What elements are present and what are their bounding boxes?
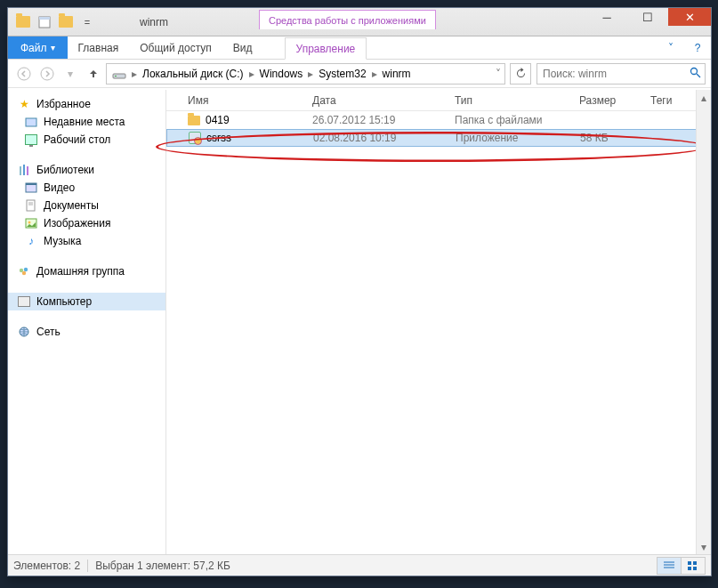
svg-rect-28 xyxy=(688,567,691,570)
file-tab[interactable]: Файл ▾ xyxy=(8,36,68,59)
quick-access-toolbar: = xyxy=(13,12,97,32)
refresh-button[interactable] xyxy=(510,63,531,85)
search-icon[interactable] xyxy=(690,67,701,81)
forward-button[interactable] xyxy=(36,63,58,85)
svg-point-2 xyxy=(18,68,30,80)
svg-line-7 xyxy=(697,74,700,77)
view-icons-button[interactable] xyxy=(681,557,706,575)
sidebar-libraries-header[interactable]: Библиотеки xyxy=(8,161,165,179)
sidebar-item-videos[interactable]: Видео xyxy=(8,179,165,197)
scroll-down-icon[interactable]: ▾ xyxy=(697,539,711,554)
navigation-row: ▾ ▸ Локальный диск (C:) ▸ Windows ▸ Syst… xyxy=(8,60,711,88)
sidebar-label: Библиотеки xyxy=(36,164,94,176)
svg-rect-5 xyxy=(115,76,117,77)
sidebar-label: Сеть xyxy=(36,326,61,338)
ribbon-context-title: Средства работы с приложениями xyxy=(259,10,436,29)
chevron-right-icon: ▸ xyxy=(370,68,379,80)
sidebar-item-desktop[interactable]: Рабочий стол xyxy=(8,131,165,149)
file-pane: Имя Дата Тип Размер Теги 0419 26.07.2012… xyxy=(166,90,711,554)
homegroup-icon xyxy=(17,265,31,278)
breadcrumb-segment[interactable]: System32 xyxy=(315,64,369,84)
breadcrumb-segment[interactable]: Локальный диск (C:) xyxy=(139,64,247,84)
svg-rect-1 xyxy=(39,17,50,20)
status-bar: Элементов: 2 Выбран 1 элемент: 57,2 КБ xyxy=(8,554,711,576)
scroll-up-icon[interactable]: ▴ xyxy=(697,90,711,105)
documents-icon xyxy=(24,199,38,212)
svg-point-18 xyxy=(28,222,31,224)
col-date[interactable]: Дата xyxy=(312,94,455,107)
svg-rect-9 xyxy=(23,165,25,175)
sidebar-favorites-header[interactable]: ★ Избранное xyxy=(8,95,165,113)
qat-properties-icon[interactable] xyxy=(35,12,54,32)
vertical-scrollbar[interactable]: ▴ ▾ xyxy=(696,90,711,554)
sidebar-item-label: Изображения xyxy=(44,217,110,230)
back-button[interactable] xyxy=(13,63,35,85)
sidebar-homegroup[interactable]: Домашняя группа xyxy=(8,262,165,280)
col-name[interactable]: Имя xyxy=(188,94,312,107)
breadcrumb-segment[interactable]: Windows xyxy=(256,64,307,84)
sidebar-item-label: Документы xyxy=(44,199,99,212)
chevron-down-icon: ▾ xyxy=(51,43,55,52)
chevron-right-icon: ▸ xyxy=(306,68,315,80)
svg-point-6 xyxy=(691,68,698,74)
tab-home[interactable]: Главная xyxy=(68,36,130,59)
qat-newfolder-icon[interactable] xyxy=(56,12,76,32)
tab-manage[interactable]: Управление xyxy=(285,37,367,60)
help-icon[interactable]: ? xyxy=(684,36,711,59)
sidebar-item-documents[interactable]: Документы xyxy=(8,197,165,214)
network-icon xyxy=(17,326,31,338)
svg-rect-10 xyxy=(20,166,21,175)
status-divider xyxy=(87,560,88,572)
titlebar: = winrm Средства работы с приложениями ─… xyxy=(8,8,711,36)
folder-icon xyxy=(188,116,200,125)
explorer-window: = winrm Средства работы с приложениями ─… xyxy=(7,7,712,576)
navigation-pane: ★ Избранное Недавние места Рабочий стол … xyxy=(8,90,166,554)
star-icon: ★ xyxy=(17,98,31,110)
breadcrumb-segment[interactable]: winrm xyxy=(379,64,415,84)
maximize-button[interactable]: ☐ xyxy=(627,8,668,26)
ribbon-expand-icon[interactable]: ˅ xyxy=(657,36,684,59)
file-rows: 0419 26.07.2012 15:19 Папка с файлами cs… xyxy=(166,111,711,147)
tab-share[interactable]: Общий доступ xyxy=(129,36,222,59)
recent-dropdown-icon[interactable]: ▾ xyxy=(60,63,81,85)
file-date: 26.07.2012 15:19 xyxy=(312,114,455,126)
sidebar-item-label: Видео xyxy=(44,181,75,194)
sidebar-network[interactable]: Сеть xyxy=(8,323,165,341)
close-button[interactable]: ✕ xyxy=(668,8,711,26)
qat-dropdown-icon[interactable]: = xyxy=(77,12,97,32)
sidebar-computer[interactable]: Компьютер xyxy=(8,293,165,310)
file-type: Приложение xyxy=(456,132,580,144)
search-input[interactable] xyxy=(541,67,690,81)
application-icon xyxy=(189,132,201,144)
file-date: 02.08.2016 10:19 xyxy=(313,132,456,144)
status-selection: Выбран 1 элемент: 57,2 КБ xyxy=(95,560,230,572)
svg-point-20 xyxy=(24,268,28,271)
svg-rect-26 xyxy=(688,561,691,565)
search-box[interactable] xyxy=(536,63,706,85)
file-name: 0419 xyxy=(206,114,230,126)
sidebar-item-label: Недавние места xyxy=(44,116,125,128)
sidebar-item-pictures[interactable]: Изображения xyxy=(8,214,165,232)
col-size[interactable]: Размер xyxy=(579,94,650,107)
address-dropdown-icon[interactable]: ˅ xyxy=(496,68,504,80)
tab-view[interactable]: Вид xyxy=(222,36,263,59)
view-details-button[interactable] xyxy=(657,557,682,575)
column-headers: Имя Дата Тип Размер Теги xyxy=(166,90,711,111)
file-row-selected[interactable]: csrss 02.08.2016 10:19 Приложение 58 КБ xyxy=(166,129,711,147)
up-button[interactable] xyxy=(83,63,104,85)
svg-rect-27 xyxy=(693,561,697,565)
qat-folder-icon[interactable] xyxy=(13,12,33,32)
sidebar-item-label: Музыка xyxy=(44,235,81,247)
sidebar-item-recent[interactable]: Недавние места xyxy=(8,113,165,131)
sidebar-item-label: Рабочий стол xyxy=(44,133,110,146)
video-icon xyxy=(24,181,38,194)
address-bar[interactable]: ▸ Локальный диск (C:) ▸ Windows ▸ System… xyxy=(106,63,505,85)
minimize-button[interactable]: ─ xyxy=(586,8,627,26)
ribbon: Файл ▾ Главная Общий доступ Вид Управлен… xyxy=(8,36,711,60)
drive-icon xyxy=(109,64,130,84)
file-type: Папка с файлами xyxy=(455,114,579,126)
sidebar-item-music[interactable]: ♪ Музыка xyxy=(8,232,165,250)
file-row[interactable]: 0419 26.07.2012 15:19 Папка с файлами xyxy=(166,111,711,129)
col-type[interactable]: Тип xyxy=(455,94,579,107)
sidebar-label: Избранное xyxy=(36,98,91,110)
